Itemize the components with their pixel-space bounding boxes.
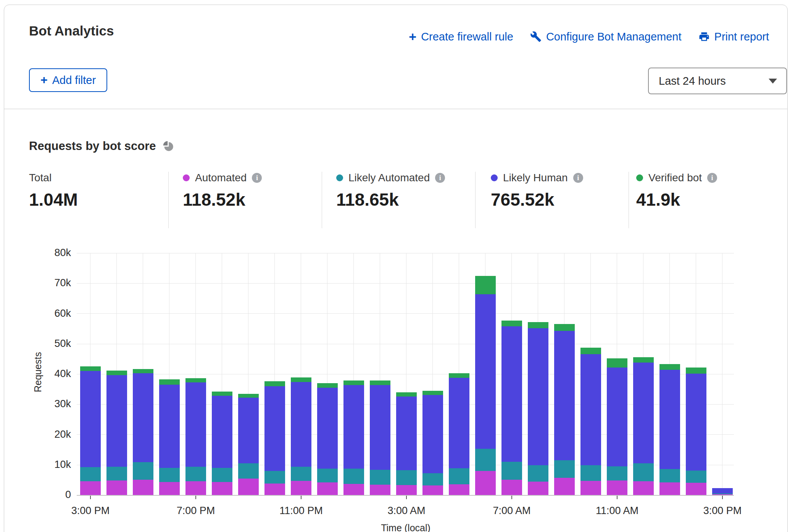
print-report-link[interactable]: Print report — [698, 31, 769, 43]
stacked-bar-4am[interactable] — [422, 391, 443, 495]
stacked-bar-3pm[interactable] — [80, 366, 101, 495]
y-axis-tick-label: 10k — [25, 459, 71, 471]
legend-dot — [491, 174, 498, 181]
bar-segment-verified-bot — [80, 366, 101, 371]
stacked-bar-5pm[interactable] — [133, 369, 153, 495]
bar-segment-likely-automated — [291, 467, 311, 480]
stat-divider — [475, 172, 476, 228]
bar-segment-automated — [659, 482, 680, 495]
bar-segment-likely-human — [633, 363, 654, 463]
bar-segment-likely-automated — [80, 467, 101, 481]
bar-segment-likely-automated — [212, 468, 232, 482]
bar-segment-likely-automated — [580, 465, 601, 480]
stacked-bar-11am[interactable] — [607, 358, 627, 495]
stacked-bar-11pm[interactable] — [291, 377, 311, 495]
info-icon[interactable]: i — [707, 173, 717, 183]
stacked-bar-5am[interactable] — [449, 373, 469, 495]
stacked-bar-9am[interactable] — [554, 324, 575, 495]
bar-segment-automated — [580, 481, 601, 495]
bar-segment-likely-human — [475, 294, 496, 449]
stat-divider — [629, 172, 629, 228]
bar-segment-likely-human — [238, 398, 259, 463]
bar-segment-likely-automated — [607, 466, 627, 480]
bar-segment-verified-bot — [528, 322, 548, 329]
stat-value: 765.52k — [491, 189, 583, 210]
x-axis-tick-label: 7:00 AM — [493, 505, 530, 517]
bar-segment-likely-human — [133, 373, 153, 462]
bar-segment-automated — [106, 480, 127, 495]
time-range-select[interactable]: Last 24 hours — [648, 68, 787, 94]
bar-segment-automated — [133, 480, 153, 495]
bar-segment-likely-automated — [396, 470, 417, 485]
x-axis-tick-label: 11:00 PM — [279, 505, 323, 517]
bar-segment-verified-bot — [422, 391, 443, 395]
stacked-bar-10pm[interactable] — [264, 381, 285, 495]
bar-segment-likely-human — [159, 385, 180, 468]
bar-segment-likely-automated — [659, 469, 680, 482]
add-filter-button[interactable]: + Add filter — [29, 68, 107, 92]
bar-segment-verified-bot — [607, 358, 627, 368]
legend-dot — [183, 174, 190, 181]
info-icon[interactable]: i — [435, 173, 445, 183]
y-axis-tick-label: 50k — [25, 338, 71, 350]
y-axis-tick-label: 20k — [25, 429, 71, 440]
stacked-bar-2am[interactable] — [370, 380, 390, 495]
bar-segment-likely-automated — [106, 467, 127, 480]
bar-segment-likely-human — [212, 396, 232, 468]
stacked-bar-3pm[interactable] — [712, 488, 733, 495]
bar-segment-likely-automated — [159, 468, 180, 482]
bar-segment-automated — [712, 494, 733, 495]
stat-verified-bot: Verified boti41.9k — [636, 172, 717, 210]
stacked-bar-6am[interactable] — [475, 276, 496, 495]
stacked-bar-8am[interactable] — [528, 322, 548, 495]
configure-bot-management-label: Configure Bot Management — [546, 31, 682, 43]
stacked-bar-1pm[interactable] — [659, 364, 680, 495]
stacked-bar-9pm[interactable] — [238, 394, 259, 495]
stacked-bar-1am[interactable] — [343, 380, 364, 495]
section-title-row: Requests by bot score — [29, 139, 174, 153]
stacked-bar-4pm[interactable] — [106, 371, 127, 495]
bar-segment-likely-human — [343, 385, 364, 469]
stat-label: Likely Automated — [348, 172, 430, 184]
configure-bot-management-link[interactable]: Configure Bot Management — [530, 31, 682, 43]
info-icon[interactable]: i — [573, 173, 583, 183]
stacked-bar-8pm[interactable] — [212, 392, 232, 495]
stat-value: 1.04M — [29, 189, 78, 210]
x-axis-tick-label: 3:00 PM — [703, 505, 742, 517]
bar-segment-automated — [475, 471, 496, 495]
bar-segment-verified-bot — [291, 377, 311, 382]
stacked-bar-10am[interactable] — [580, 348, 601, 495]
bar-segment-likely-human — [370, 385, 390, 470]
x-axis-tick — [195, 496, 196, 499]
stacked-bar-12pm[interactable] — [633, 357, 654, 495]
stacked-bar-2pm[interactable] — [686, 368, 706, 495]
bar-segment-likely-automated — [422, 473, 443, 485]
stacked-bar-7am[interactable] — [501, 321, 522, 495]
wrench-icon — [530, 31, 542, 42]
bar-segment-likely-human — [291, 382, 311, 467]
bar-segment-likely-human — [185, 382, 206, 467]
stat-value: 118.52k — [183, 189, 262, 210]
bar-segment-verified-bot — [633, 357, 654, 362]
info-icon[interactable]: i — [252, 173, 262, 183]
stacked-bar-12am[interactable] — [317, 383, 338, 495]
stacked-bar-6pm[interactable] — [159, 379, 180, 495]
create-firewall-rule-link[interactable]: + Create firewall rule — [409, 30, 513, 43]
bar-segment-likely-human — [528, 328, 548, 465]
bar-segment-likely-automated — [370, 470, 390, 485]
stacked-bar-3am[interactable] — [396, 392, 417, 495]
bar-segment-likely-human — [396, 397, 417, 470]
section-title: Requests by bot score — [29, 139, 156, 153]
x-axis-tick — [301, 496, 301, 499]
bar-segment-verified-bot — [159, 379, 180, 385]
y-axis-tick-label: 30k — [25, 398, 71, 410]
bar-segment-verified-bot — [475, 276, 496, 294]
stacked-bar-7pm[interactable] — [185, 378, 206, 495]
bar-segment-likely-automated — [633, 463, 654, 482]
bar-segment-verified-bot — [659, 364, 680, 370]
bar-segment-automated — [449, 484, 469, 495]
page-title: Bot Analytics — [29, 23, 114, 39]
create-firewall-rule-label: Create firewall rule — [421, 31, 513, 43]
stat-automated: Automatedi118.52k — [183, 172, 262, 210]
bar-segment-automated — [422, 485, 443, 495]
